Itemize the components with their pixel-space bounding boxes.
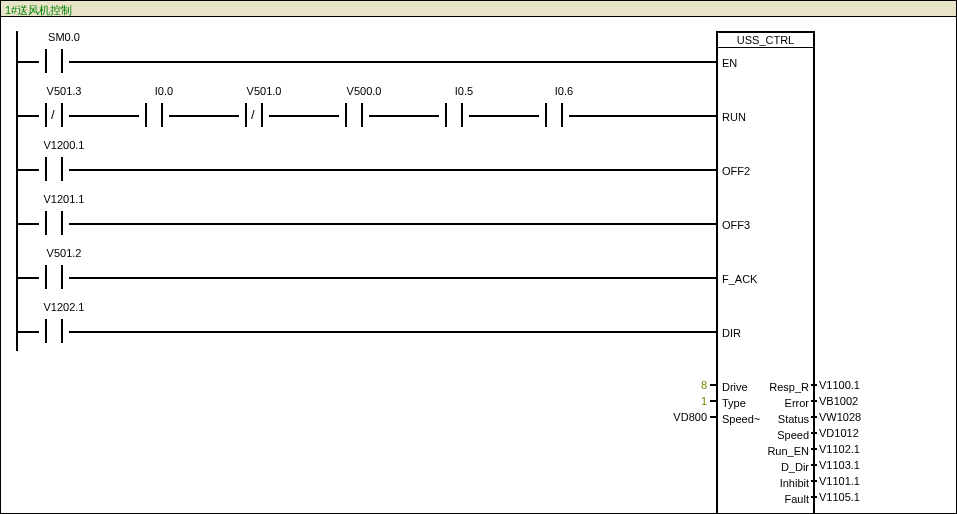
fb-tick — [811, 384, 817, 386]
wire — [269, 115, 339, 117]
fb-pin-speed: Speed — [777, 429, 809, 441]
wire — [69, 169, 716, 171]
fb-val-inhibit: V1101.1 — [819, 475, 860, 487]
fb-val-status: VW1028 — [819, 411, 861, 423]
uss-ctrl-block: USS_CTRL EN RUN OFF2 OFF3 F_ACK DIR Driv… — [716, 31, 815, 514]
contact-label: V1200.1 — [34, 139, 94, 151]
wire — [18, 169, 39, 171]
wire — [169, 115, 239, 117]
fb-tick — [811, 432, 817, 434]
wire — [69, 277, 716, 279]
fb-val-fault: V1105.1 — [819, 491, 860, 503]
fb-val-drive: 8 — [661, 379, 707, 391]
fb-pin-runen: Run_EN — [767, 445, 809, 457]
wire — [569, 115, 716, 117]
fb-pin-error: Error — [785, 397, 809, 409]
wire — [469, 115, 539, 117]
fb-pin-fault: Fault — [785, 493, 809, 505]
plc-ladder-editor: 1#送风机控制 USS_CTRL EN RUN OFF2 OFF3 F_ACK … — [0, 0, 957, 514]
fb-val-respr: V1100.1 — [819, 379, 860, 391]
contact-label: V501.0 — [234, 85, 294, 97]
fb-pin-type: Type — [722, 397, 746, 409]
fb-pin-dir: DIR — [722, 327, 741, 339]
power-rail — [16, 31, 18, 351]
fb-val-ddir: V1103.1 — [819, 459, 860, 471]
contact-no[interactable]: V501.2 — [39, 265, 69, 289]
fb-tick — [811, 400, 817, 402]
fb-pin-off2: OFF2 — [722, 165, 750, 177]
contact-nc[interactable]: / V501.3 — [39, 103, 69, 127]
wire — [69, 61, 716, 63]
fb-tick — [710, 400, 716, 402]
wire — [18, 277, 39, 279]
contact-label: V501.3 — [34, 85, 94, 97]
wire — [18, 61, 39, 63]
contact-no[interactable]: SM0.0 — [39, 49, 69, 73]
fb-pin-drive: Drive — [722, 381, 748, 393]
network-title: 1#送风机控制 — [5, 4, 72, 16]
contact-no[interactable]: I0.0 — [139, 103, 169, 127]
fb-val-error: VB1002 — [819, 395, 858, 407]
contact-label: SM0.0 — [34, 31, 94, 43]
ladder-diagram: USS_CTRL EN RUN OFF2 OFF3 F_ACK DIR Driv… — [1, 17, 956, 513]
contact-no[interactable]: V1202.1 — [39, 319, 69, 343]
fb-val-type: 1 — [661, 395, 707, 407]
fb-tick — [811, 464, 817, 466]
fb-tick — [811, 416, 817, 418]
wire — [18, 331, 39, 333]
fb-val-speed: VD1012 — [819, 427, 859, 439]
wire — [69, 331, 716, 333]
contact-label: I0.6 — [534, 85, 594, 97]
contact-no[interactable]: I0.6 — [539, 103, 569, 127]
contact-no[interactable]: V1200.1 — [39, 157, 69, 181]
contact-label: I0.5 — [434, 85, 494, 97]
wire — [18, 115, 39, 117]
wire — [69, 115, 139, 117]
fb-pin-en: EN — [722, 57, 737, 69]
contact-label: I0.0 — [134, 85, 194, 97]
fb-pin-speed-sp: Speed~ — [722, 413, 760, 425]
wire — [69, 223, 716, 225]
wire — [369, 115, 439, 117]
fb-val-speedsp: VD800 — [661, 411, 707, 423]
fb-tick — [710, 384, 716, 386]
fb-tick — [811, 448, 817, 450]
fb-pin-fack: F_ACK — [722, 273, 757, 285]
contact-label: V500.0 — [334, 85, 394, 97]
contact-no[interactable]: V1201.1 — [39, 211, 69, 235]
fb-pin-run: RUN — [722, 111, 746, 123]
fb-title: USS_CTRL — [718, 33, 813, 48]
wire — [18, 223, 39, 225]
fb-pin-inhibit: Inhibit — [780, 477, 809, 489]
contact-label: V1202.1 — [34, 301, 94, 313]
fb-tick — [710, 416, 716, 418]
fb-tick — [811, 496, 817, 498]
fb-pin-respr: Resp_R — [769, 381, 809, 393]
contact-nc[interactable]: / V501.0 — [239, 103, 269, 127]
fb-val-runen: V1102.1 — [819, 443, 860, 455]
network-title-bar: 1#送风机控制 — [1, 1, 956, 17]
contact-label: V501.2 — [34, 247, 94, 259]
fb-pin-status: Status — [778, 413, 809, 425]
fb-tick — [811, 480, 817, 482]
contact-no[interactable]: I0.5 — [439, 103, 469, 127]
contact-label: V1201.1 — [34, 193, 94, 205]
fb-pin-ddir: D_Dir — [781, 461, 809, 473]
contact-no[interactable]: V500.0 — [339, 103, 369, 127]
fb-pin-off3: OFF3 — [722, 219, 750, 231]
